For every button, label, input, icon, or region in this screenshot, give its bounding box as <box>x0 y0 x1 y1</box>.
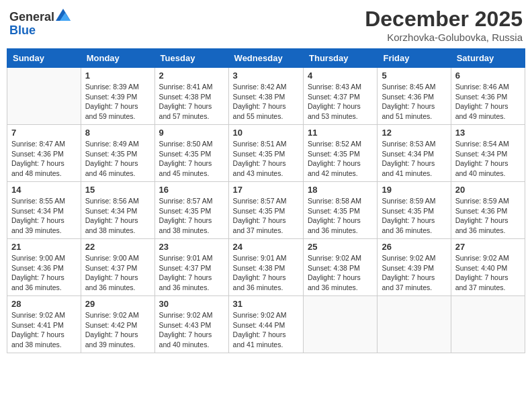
day-info: Sunrise: 8:55 AMSunset: 4:34 PMDaylight:… <box>11 196 77 236</box>
day-cell-3: 3Sunrise: 8:42 AMSunset: 4:38 PMDaylight… <box>228 68 303 125</box>
day-number: 13 <box>455 128 521 138</box>
day-number: 9 <box>159 128 224 138</box>
day-cell-19: 19Sunrise: 8:59 AMSunset: 4:35 PMDayligh… <box>378 182 451 239</box>
day-number: 21 <box>11 242 77 252</box>
day-number: 18 <box>308 185 373 195</box>
day-info: Sunrise: 8:58 AMSunset: 4:35 PMDaylight:… <box>308 196 373 236</box>
weekday-header-tuesday: Tuesday <box>154 49 228 68</box>
day-number: 22 <box>85 242 150 252</box>
day-cell-9: 9Sunrise: 8:50 AMSunset: 4:35 PMDaylight… <box>154 125 228 182</box>
day-number: 31 <box>233 299 299 309</box>
calendar-table: SundayMondayTuesdayWednesdayThursdayFrid… <box>7 48 525 353</box>
day-info: Sunrise: 8:57 AMSunset: 4:35 PMDaylight:… <box>233 196 299 236</box>
empty-cell <box>378 296 451 353</box>
day-info: Sunrise: 8:52 AMSunset: 4:35 PMDaylight:… <box>308 139 373 179</box>
week-row-4: 21Sunrise: 9:00 AMSunset: 4:36 PMDayligh… <box>7 239 525 296</box>
day-number: 10 <box>233 128 299 138</box>
day-cell-25: 25Sunrise: 9:02 AMSunset: 4:38 PMDayligh… <box>304 239 378 296</box>
day-cell-8: 8Sunrise: 8:49 AMSunset: 4:35 PMDaylight… <box>81 125 154 182</box>
week-row-3: 14Sunrise: 8:55 AMSunset: 4:34 PMDayligh… <box>7 182 525 239</box>
day-number: 20 <box>455 185 521 195</box>
day-cell-13: 13Sunrise: 8:54 AMSunset: 4:34 PMDayligh… <box>451 125 525 182</box>
calendar-header: SundayMondayTuesdayWednesdayThursdayFrid… <box>7 49 525 68</box>
day-info: Sunrise: 8:42 AMSunset: 4:38 PMDaylight:… <box>233 82 299 122</box>
day-info: Sunrise: 8:41 AMSunset: 4:38 PMDaylight:… <box>159 82 224 122</box>
title-location: Korzhovka-Golubovka, Russia <box>365 32 523 43</box>
day-info: Sunrise: 8:51 AMSunset: 4:35 PMDaylight:… <box>233 139 299 179</box>
weekday-header-saturday: Saturday <box>451 49 525 68</box>
day-number: 2 <box>159 71 224 81</box>
day-info: Sunrise: 8:59 AMSunset: 4:36 PMDaylight:… <box>455 196 521 236</box>
day-cell-16: 16Sunrise: 8:57 AMSunset: 4:35 PMDayligh… <box>154 182 228 239</box>
day-info: Sunrise: 8:45 AMSunset: 4:36 PMDaylight:… <box>382 82 446 122</box>
day-cell-17: 17Sunrise: 8:57 AMSunset: 4:35 PMDayligh… <box>228 182 303 239</box>
day-info: Sunrise: 8:43 AMSunset: 4:37 PMDaylight:… <box>308 82 373 122</box>
day-cell-4: 4Sunrise: 8:43 AMSunset: 4:37 PMDaylight… <box>304 68 378 125</box>
weekday-header-friday: Friday <box>378 49 451 68</box>
weekday-header-thursday: Thursday <box>304 49 378 68</box>
day-info: Sunrise: 9:02 AMSunset: 4:38 PMDaylight:… <box>308 253 373 293</box>
day-number: 4 <box>308 71 373 81</box>
day-info: Sunrise: 9:02 AMSunset: 4:44 PMDaylight:… <box>233 310 299 350</box>
logo-icon <box>56 9 71 21</box>
day-cell-23: 23Sunrise: 9:01 AMSunset: 4:37 PMDayligh… <box>154 239 228 296</box>
day-number: 7 <box>11 128 77 138</box>
day-info: Sunrise: 9:02 AMSunset: 4:43 PMDaylight:… <box>159 310 224 350</box>
day-info: Sunrise: 8:50 AMSunset: 4:35 PMDaylight:… <box>159 139 224 179</box>
day-number: 12 <box>382 128 446 138</box>
empty-cell <box>7 68 81 125</box>
day-number: 25 <box>308 242 373 252</box>
day-info: Sunrise: 8:56 AMSunset: 4:34 PMDaylight:… <box>85 196 150 236</box>
day-info: Sunrise: 9:02 AMSunset: 4:40 PMDaylight:… <box>455 253 521 293</box>
day-number: 26 <box>382 242 446 252</box>
weekday-header-sunday: Sunday <box>7 49 81 68</box>
logo-general: General <box>9 11 54 24</box>
day-info: Sunrise: 8:39 AMSunset: 4:39 PMDaylight:… <box>85 82 150 122</box>
day-number: 14 <box>11 185 77 195</box>
day-number: 29 <box>85 299 150 309</box>
logo-blue: Blue <box>9 24 36 37</box>
day-info: Sunrise: 8:49 AMSunset: 4:35 PMDaylight:… <box>85 139 150 179</box>
page-header: General Blue December 2025 Korzhovka-Gol… <box>7 7 525 43</box>
title-month: December 2025 <box>365 7 523 32</box>
day-cell-11: 11Sunrise: 8:52 AMSunset: 4:35 PMDayligh… <box>304 125 378 182</box>
day-cell-24: 24Sunrise: 9:01 AMSunset: 4:38 PMDayligh… <box>228 239 303 296</box>
day-number: 30 <box>159 299 224 309</box>
day-number: 6 <box>455 71 521 81</box>
day-cell-26: 26Sunrise: 9:02 AMSunset: 4:39 PMDayligh… <box>378 239 451 296</box>
day-number: 23 <box>159 242 224 252</box>
day-info: Sunrise: 9:02 AMSunset: 4:42 PMDaylight:… <box>85 310 150 350</box>
day-number: 1 <box>85 71 150 81</box>
day-cell-28: 28Sunrise: 9:02 AMSunset: 4:41 PMDayligh… <box>7 296 81 353</box>
day-cell-7: 7Sunrise: 8:47 AMSunset: 4:36 PMDaylight… <box>7 125 81 182</box>
day-cell-12: 12Sunrise: 8:53 AMSunset: 4:34 PMDayligh… <box>378 125 451 182</box>
day-info: Sunrise: 8:53 AMSunset: 4:34 PMDaylight:… <box>382 139 446 179</box>
day-info: Sunrise: 9:02 AMSunset: 4:39 PMDaylight:… <box>382 253 446 293</box>
day-info: Sunrise: 8:59 AMSunset: 4:35 PMDaylight:… <box>382 196 446 236</box>
title-area: December 2025 Korzhovka-Golubovka, Russi… <box>365 7 523 43</box>
day-info: Sunrise: 8:57 AMSunset: 4:35 PMDaylight:… <box>159 196 224 236</box>
day-cell-18: 18Sunrise: 8:58 AMSunset: 4:35 PMDayligh… <box>304 182 378 239</box>
weekday-header-monday: Monday <box>81 49 154 68</box>
empty-cell <box>451 296 525 353</box>
day-cell-30: 30Sunrise: 9:02 AMSunset: 4:43 PMDayligh… <box>154 296 228 353</box>
day-info: Sunrise: 9:01 AMSunset: 4:38 PMDaylight:… <box>233 253 299 293</box>
day-cell-5: 5Sunrise: 8:45 AMSunset: 4:36 PMDaylight… <box>378 68 451 125</box>
logo: General Blue <box>9 11 71 38</box>
day-cell-31: 31Sunrise: 9:02 AMSunset: 4:44 PMDayligh… <box>228 296 303 353</box>
day-cell-20: 20Sunrise: 8:59 AMSunset: 4:36 PMDayligh… <box>451 182 525 239</box>
day-info: Sunrise: 8:46 AMSunset: 4:36 PMDaylight:… <box>455 82 521 122</box>
day-cell-14: 14Sunrise: 8:55 AMSunset: 4:34 PMDayligh… <box>7 182 81 239</box>
weekday-header-wednesday: Wednesday <box>228 49 303 68</box>
day-cell-29: 29Sunrise: 9:02 AMSunset: 4:42 PMDayligh… <box>81 296 154 353</box>
day-info: Sunrise: 9:01 AMSunset: 4:37 PMDaylight:… <box>159 253 224 293</box>
day-number: 28 <box>11 299 77 309</box>
week-row-2: 7Sunrise: 8:47 AMSunset: 4:36 PMDaylight… <box>7 125 525 182</box>
day-cell-6: 6Sunrise: 8:46 AMSunset: 4:36 PMDaylight… <box>451 68 525 125</box>
day-number: 5 <box>382 71 446 81</box>
day-cell-22: 22Sunrise: 9:00 AMSunset: 4:37 PMDayligh… <box>81 239 154 296</box>
day-cell-21: 21Sunrise: 9:00 AMSunset: 4:36 PMDayligh… <box>7 239 81 296</box>
week-row-5: 28Sunrise: 9:02 AMSunset: 4:41 PMDayligh… <box>7 296 525 353</box>
day-number: 15 <box>85 185 150 195</box>
day-cell-27: 27Sunrise: 9:02 AMSunset: 4:40 PMDayligh… <box>451 239 525 296</box>
